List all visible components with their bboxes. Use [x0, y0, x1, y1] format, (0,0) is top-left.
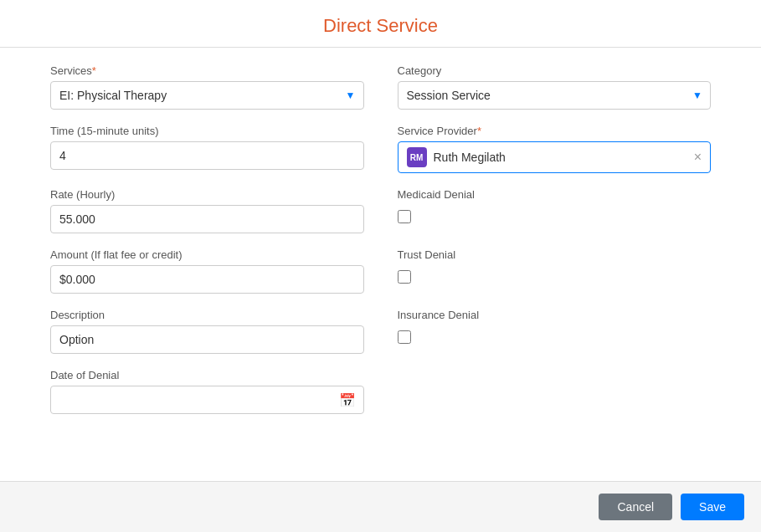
- time-input[interactable]: [50, 141, 364, 170]
- date-group: Date of Denial 📅: [50, 369, 364, 414]
- insurance-denial-label: Insurance Denial: [398, 309, 712, 321]
- trust-denial-label: Trust Denial: [398, 248, 712, 261]
- services-select-wrapper[interactable]: EI: Physical Therapy EI: Occupational Th…: [50, 81, 364, 110]
- medicaid-denial-group: Medicaid Denial: [398, 188, 712, 233]
- row-services-category: Services* EI: Physical Therapy EI: Occup…: [50, 64, 711, 110]
- page-title: Direct Service: [323, 15, 438, 36]
- insurance-denial-group: Insurance Denial: [398, 309, 712, 354]
- time-group: Time (15-minute units): [50, 125, 364, 173]
- date-label: Date of Denial: [50, 369, 364, 381]
- rate-input[interactable]: [50, 205, 364, 233]
- category-select[interactable]: Session Service Group Service: [398, 81, 712, 110]
- trust-denial-checkbox[interactable]: [398, 270, 411, 284]
- row-date: Date of Denial 📅: [50, 369, 711, 414]
- services-select[interactable]: EI: Physical Therapy EI: Occupational Th…: [50, 81, 364, 110]
- trust-denial-checkbox-wrapper: [398, 270, 712, 284]
- row-time-provider: Time (15-minute units) Service Provider*…: [50, 125, 711, 173]
- rate-label: Rate (Hourly): [50, 188, 364, 201]
- date-input[interactable]: [50, 386, 364, 414]
- amount-input[interactable]: [50, 265, 364, 294]
- amount-label: Amount (If flat fee or credit): [50, 248, 364, 261]
- provider-input-wrapper[interactable]: RM Ruth Megilath ×: [398, 141, 712, 173]
- amount-group: Amount (If flat fee or credit): [50, 248, 364, 294]
- medicaid-denial-checkbox[interactable]: [398, 210, 411, 223]
- category-select-wrapper[interactable]: Session Service Group Service ▼: [398, 81, 712, 110]
- description-group: Description: [50, 309, 364, 354]
- services-group: Services* EI: Physical Therapy EI: Occup…: [50, 64, 364, 110]
- page-header: Direct Service: [0, 0, 761, 48]
- form-footer: Cancel Save: [0, 481, 761, 532]
- date-input-wrapper[interactable]: 📅: [50, 386, 364, 414]
- medicaid-denial-checkbox-wrapper: [398, 210, 712, 223]
- service-provider-label: Service Provider*: [398, 125, 712, 137]
- time-label: Time (15-minute units): [50, 125, 364, 137]
- row-description-insurance: Description Insurance Denial: [50, 309, 711, 354]
- description-label: Description: [50, 309, 364, 321]
- save-button[interactable]: Save: [681, 494, 744, 520]
- form-content: Services* EI: Physical Therapy EI: Occup…: [0, 48, 761, 481]
- row-rate-medicaid: Rate (Hourly) Medicaid Denial: [50, 188, 711, 233]
- provider-name: Ruth Megilath: [434, 151, 687, 164]
- insurance-denial-checkbox-wrapper: [398, 330, 712, 344]
- row-amount-trust: Amount (If flat fee or credit) Trust Den…: [50, 248, 711, 294]
- cancel-button[interactable]: Cancel: [599, 494, 672, 520]
- trust-denial-group: Trust Denial: [398, 248, 712, 294]
- provider-clear-icon[interactable]: ×: [694, 151, 702, 164]
- services-label: Services*: [50, 64, 364, 77]
- category-group: Category Session Service Group Service ▼: [398, 64, 712, 110]
- service-provider-group: Service Provider* RM Ruth Megilath ×: [398, 125, 712, 173]
- rate-group: Rate (Hourly): [50, 188, 364, 233]
- provider-icon: RM: [407, 147, 427, 167]
- insurance-denial-checkbox[interactable]: [398, 330, 411, 344]
- date-spacer: [398, 369, 712, 414]
- category-label: Category: [398, 64, 712, 77]
- description-input[interactable]: [50, 325, 364, 354]
- medicaid-denial-label: Medicaid Denial: [398, 188, 712, 201]
